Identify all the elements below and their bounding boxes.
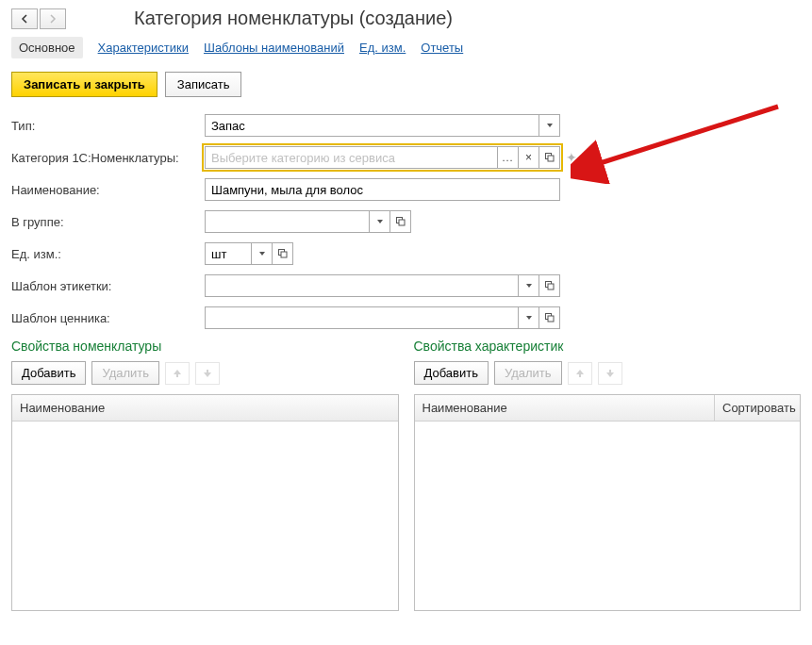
label-template-label: Шаблон этикетки: — [11, 279, 205, 293]
page-title: Категория номенклатуры (создание) — [134, 8, 453, 29]
chevron-down-icon — [377, 220, 383, 223]
open-external-icon — [545, 153, 555, 162]
svg-rect-1 — [548, 156, 554, 161]
unit-label: Ед. изм.: — [11, 247, 205, 261]
label-template-open-button[interactable] — [539, 274, 560, 297]
svg-rect-7 — [548, 284, 554, 289]
char-add-button[interactable]: Добавить — [414, 361, 489, 385]
svg-rect-3 — [399, 220, 405, 225]
nom-props-grid[interactable]: Наименование — [11, 394, 399, 611]
open-external-icon — [545, 281, 555, 290]
name-label: Наименование: — [11, 183, 205, 197]
svg-rect-9 — [548, 316, 554, 322]
category-1c-open-button[interactable] — [539, 146, 560, 169]
category-1c-clear-button[interactable]: × — [519, 146, 539, 169]
ellipsis-icon: ... — [502, 152, 513, 163]
type-dropdown-button[interactable] — [539, 114, 560, 137]
nom-add-button[interactable]: Добавить — [11, 361, 86, 385]
label-template-input[interactable] — [205, 274, 519, 297]
char-props-title: Свойства характеристик — [414, 339, 802, 354]
price-template-open-button[interactable] — [539, 306, 560, 329]
char-grid-body[interactable] — [415, 422, 801, 610]
chevron-down-icon — [526, 284, 532, 288]
nom-move-down-button[interactable] — [195, 362, 220, 385]
price-template-dropdown-button[interactable] — [519, 306, 539, 329]
tab-units[interactable]: Ед. изм. — [359, 41, 406, 55]
arrow-up-icon — [575, 369, 585, 378]
char-move-down-button[interactable] — [598, 362, 622, 385]
type-input[interactable] — [205, 114, 539, 137]
arrow-down-icon — [203, 369, 212, 378]
tab-main[interactable]: Основное — [11, 37, 83, 58]
open-external-icon — [545, 313, 555, 322]
name-input[interactable] — [205, 178, 560, 201]
nom-delete-button[interactable]: Удалить — [91, 361, 159, 385]
open-external-icon — [396, 217, 406, 226]
group-dropdown-button[interactable] — [370, 210, 390, 233]
chevron-down-icon — [526, 316, 532, 320]
tab-bar: Основное Характеристики Шаблоны наименов… — [11, 37, 801, 58]
char-col-sort[interactable]: Сортировать — [715, 395, 800, 421]
sync-icon[interactable]: ✦ — [566, 150, 577, 165]
group-open-button[interactable] — [390, 210, 411, 233]
chevron-down-icon — [547, 124, 553, 127]
open-external-icon — [278, 249, 288, 258]
unit-dropdown-button[interactable] — [252, 242, 273, 265]
nom-props-title: Свойства номенклатуры — [11, 339, 399, 354]
close-icon: × — [525, 151, 532, 164]
price-template-label: Шаблон ценника: — [11, 311, 205, 325]
unit-open-button[interactable] — [273, 242, 293, 265]
svg-rect-5 — [281, 252, 287, 257]
char-props-grid[interactable]: Наименование Сортировать — [414, 394, 802, 611]
nom-move-up-button[interactable] — [165, 362, 190, 385]
nom-grid-body[interactable] — [12, 422, 398, 610]
group-label: В группе: — [11, 215, 205, 229]
nav-forward-button[interactable] — [40, 8, 66, 29]
save-button[interactable]: Записать — [165, 72, 242, 97]
tab-characteristics[interactable]: Характеристики — [98, 41, 189, 55]
arrow-up-icon — [173, 369, 182, 378]
arrow-down-icon — [605, 369, 615, 378]
tab-naming-templates[interactable]: Шаблоны наименований — [204, 41, 344, 55]
nom-col-name[interactable]: Наименование — [12, 395, 398, 421]
category-1c-label: Категория 1С:Номенклатуры: — [11, 151, 205, 165]
category-1c-pick-button[interactable]: ... — [498, 146, 519, 169]
chevron-down-icon — [259, 252, 265, 256]
tab-reports[interactable]: Отчеты — [421, 41, 463, 55]
nav-back-button[interactable] — [11, 8, 38, 29]
char-delete-button[interactable]: Удалить — [494, 361, 562, 385]
char-move-up-button[interactable] — [568, 362, 592, 385]
category-1c-input[interactable] — [205, 146, 498, 169]
type-label: Тип: — [11, 119, 205, 133]
label-template-dropdown-button[interactable] — [519, 274, 539, 297]
unit-input[interactable] — [205, 242, 252, 265]
annotation-arrow — [571, 99, 787, 184]
price-template-input[interactable] — [205, 306, 519, 329]
save-and-close-button[interactable]: Записать и закрыть — [11, 72, 157, 97]
group-input[interactable] — [205, 210, 370, 233]
char-col-name[interactable]: Наименование — [415, 395, 716, 421]
